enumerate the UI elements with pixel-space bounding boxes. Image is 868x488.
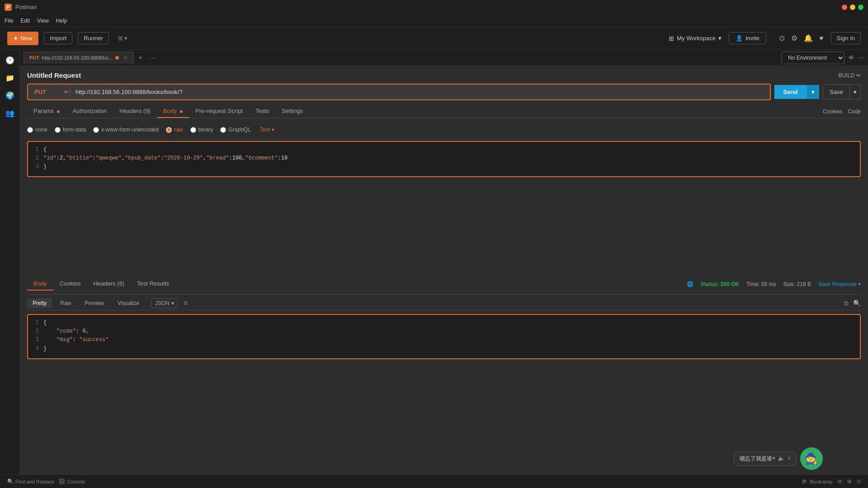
resp-raw-tab[interactable]: Raw — [55, 298, 76, 308]
method-select[interactable]: PUT GET POST DELETE PATCH — [28, 84, 70, 99]
minimize-btn[interactable] — [850, 5, 855, 10]
url-input[interactable] — [70, 85, 770, 99]
title-bar: P Postman — [0, 0, 868, 14]
sidebar-team-icon[interactable]: 👥 — [3, 106, 17, 120]
resp-preview-tab[interactable]: Preview — [79, 298, 109, 308]
tab-headers[interactable]: Headers (9) — [113, 105, 157, 118]
search-icon[interactable]: ⊙ — [779, 34, 785, 42]
save-button[interactable]: Save — [823, 84, 850, 99]
tab-authorization[interactable]: Authorization — [66, 105, 113, 118]
sidebar-environments-icon[interactable]: 🌍 — [3, 89, 17, 103]
option-urlencoded[interactable]: x-www-form-urlencoded — [93, 127, 159, 133]
sidebar-collections-icon[interactable]: 📁 — [3, 71, 17, 85]
tab-params[interactable]: Params — [27, 105, 66, 118]
more-btn[interactable]: ≡ — [788, 455, 791, 461]
console-button[interactable]: ⬛ Console — [59, 479, 85, 484]
menu-edit[interactable]: Edit — [20, 18, 30, 24]
search-response-icon[interactable]: 🔍 — [853, 300, 861, 307]
response-header: Body Cookies Headers (6) Test Results 🌐 … — [27, 274, 861, 295]
request-title-row: Untitled Request BUILD ✏ — [27, 71, 861, 79]
code-line-1: 1 { — [32, 145, 856, 154]
layout-button-3[interactable]: ⊡ — [857, 479, 861, 484]
tab-body[interactable]: Body — [157, 105, 189, 118]
heart-btn[interactable]: ♥ — [772, 455, 775, 461]
tab-right-links: Cookies Code — [823, 108, 861, 115]
url-row: PUT GET POST DELETE PATCH Send ▾ Save — [27, 84, 861, 100]
resp-tab-body[interactable]: Body — [27, 277, 53, 291]
invite-button[interactable]: 👤 Invite — [729, 32, 766, 44]
resp-tab-test-results[interactable]: Test Results — [131, 277, 175, 291]
tab-url: http://192.168.56.100:8888/bo... — [42, 55, 113, 61]
tab-add-button[interactable]: + — [136, 53, 145, 63]
menu-file[interactable]: File — [5, 18, 13, 24]
heart-icon[interactable]: ♥ — [819, 34, 824, 42]
status-time: Time: 58 ms — [746, 281, 776, 287]
request-title: Untitled Request — [27, 71, 81, 79]
layout-button-2[interactable]: ⊞ — [847, 479, 851, 484]
new-button[interactable]: + New — [7, 32, 38, 45]
invite-icon: 👤 — [736, 35, 743, 42]
url-bar: PUT GET POST DELETE PATCH — [27, 84, 771, 100]
bootcamp-button[interactable]: 🎓 Bootcamp — [802, 479, 832, 484]
resp-line-4: 4 } — [32, 345, 856, 353]
import-button[interactable]: Import — [44, 32, 72, 44]
maximize-btn[interactable] — [858, 5, 863, 10]
find-replace-label: Find and Replace — [15, 479, 54, 484]
bootcamp-icon: 🎓 — [802, 479, 808, 484]
find-replace-button[interactable]: 🔍 Find and Replace — [7, 479, 54, 484]
runner-button[interactable]: Runner — [78, 32, 109, 44]
body-dot — [180, 110, 183, 113]
build-button[interactable]: BUILD ✏ — [839, 72, 861, 79]
tab-tests[interactable]: Tests — [249, 105, 275, 118]
character-controls: ♥ 🔈 ≡ — [772, 455, 791, 461]
option-graphql[interactable]: GraphQL — [220, 127, 250, 133]
top-right-area: BUILD ✏ — [839, 72, 861, 79]
resp-visualize-tab[interactable]: Visualize — [112, 298, 145, 308]
environment-select[interactable]: No Environment — [781, 52, 844, 64]
resp-tab-headers[interactable]: Headers (6) — [87, 277, 131, 291]
app-title: Postman — [15, 4, 37, 10]
workspace-label: My Workspace — [677, 35, 716, 42]
save-response-button[interactable]: Save Response ▾ — [818, 281, 861, 287]
sign-in-button[interactable]: Sign In — [831, 32, 861, 44]
response-format-dropdown[interactable]: JSON ▾ — [151, 298, 178, 308]
character-avatar: 🧙 — [800, 447, 823, 470]
menu-view[interactable]: View — [37, 18, 49, 24]
tab-settings[interactable]: Settings — [275, 105, 309, 118]
config-icon[interactable]: ⋯ — [858, 54, 864, 61]
save-dropdown-button[interactable]: ▾ — [850, 84, 861, 99]
workspace-button[interactable]: ⊞ My Workspace ▾ — [669, 35, 722, 42]
option-binary[interactable]: binary — [190, 127, 213, 133]
menu-help[interactable]: Help — [56, 18, 67, 24]
option-raw[interactable]: raw — [166, 127, 183, 133]
layout-button[interactable]: ⊟ — [838, 479, 842, 484]
text-type-dropdown[interactable]: Text ▾ — [260, 127, 274, 133]
wrap-icon[interactable]: ≡ — [184, 299, 188, 307]
code-link[interactable]: Code — [848, 108, 861, 115]
tab-close-icon[interactable]: ✕ — [123, 55, 128, 61]
request-tab[interactable]: PUT http://192.168.56.100:8888/bo... ✕ — [24, 52, 134, 64]
resp-pretty-tab[interactable]: Pretty — [27, 298, 52, 308]
sidebar-history-icon[interactable]: 🕐 — [3, 53, 17, 67]
tab-pre-request[interactable]: Pre-request Script — [189, 105, 249, 118]
layout-toggle[interactable]: ⊞ ▾ — [118, 35, 128, 42]
settings-icon[interactable]: ⚙ — [791, 34, 797, 42]
request-tabs: Params Authorization Headers (9) Body — [27, 105, 861, 118]
option-none[interactable]: none — [27, 127, 47, 133]
tab-more-button[interactable]: ··· — [147, 53, 158, 62]
params-dot — [57, 110, 60, 113]
close-btn[interactable] — [842, 5, 847, 10]
resp-line-2: 2 "code": 0, — [32, 327, 856, 336]
send-dropdown-button[interactable]: ▾ — [807, 85, 819, 99]
eye-icon[interactable]: 👁 — [848, 54, 854, 61]
option-form-data[interactable]: form-data — [55, 127, 86, 133]
request-body-editor[interactable]: 1 { 2 "id":2,"btitle":"qweqwe","bpub_dat… — [27, 141, 861, 177]
speaker-btn[interactable]: 🔈 — [778, 455, 785, 461]
resp-tab-cookies[interactable]: Cookies — [53, 277, 87, 291]
toolbar-icons: ⊙ ⚙ 🔔 ♥ — [779, 34, 824, 42]
character-text: 嗯忘了我是谁 — [740, 455, 772, 462]
copy-icon[interactable]: ⧉ — [844, 300, 849, 307]
notifications-icon[interactable]: 🔔 — [804, 34, 813, 42]
cookies-link[interactable]: Cookies — [823, 108, 842, 115]
send-button[interactable]: Send — [774, 85, 807, 99]
